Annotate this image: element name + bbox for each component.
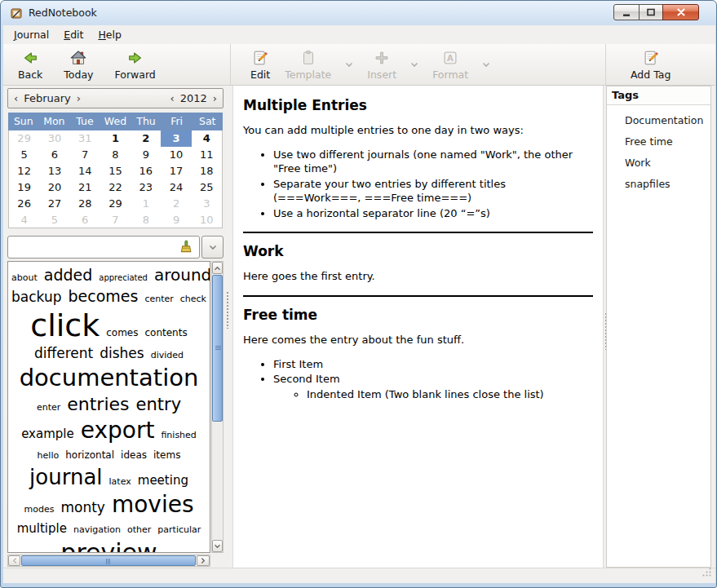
edit-button[interactable]: Edit bbox=[246, 46, 275, 82]
tag-item[interactable]: Documentation bbox=[607, 112, 710, 129]
cloud-word[interactable]: modes bbox=[24, 504, 55, 515]
search-input[interactable] bbox=[7, 236, 200, 259]
cloud-word[interactable]: entries bbox=[67, 394, 129, 414]
calendar-day[interactable]: 1 bbox=[100, 130, 131, 147]
calendar-day[interactable]: 19 bbox=[9, 179, 39, 196]
cloud-word[interactable]: export bbox=[81, 417, 155, 444]
calendar-day[interactable]: 17 bbox=[161, 163, 191, 179]
maximize-button[interactable] bbox=[639, 4, 663, 20]
cloud-word[interactable]: click bbox=[30, 307, 100, 343]
left-splitter-handle[interactable] bbox=[226, 291, 229, 329]
search-dropdown-button[interactable] bbox=[201, 236, 224, 259]
cloud-word[interactable]: other bbox=[127, 524, 151, 535]
cloud-word[interactable]: appreciated bbox=[99, 273, 148, 282]
calendar-day[interactable]: 18 bbox=[192, 163, 222, 179]
calendar-day[interactable]: 8 bbox=[131, 212, 161, 228]
calendar-day[interactable]: 5 bbox=[39, 212, 69, 228]
calendar-day[interactable]: 12 bbox=[9, 163, 39, 179]
menu-journal[interactable]: Journal bbox=[7, 26, 56, 43]
calendar-day[interactable]: 15 bbox=[100, 163, 131, 179]
tag-item[interactable]: Free time bbox=[607, 133, 710, 150]
cloud-word[interactable]: movies bbox=[112, 491, 194, 518]
cloud-word[interactable]: monty bbox=[60, 499, 104, 515]
calendar-day[interactable]: 22 bbox=[100, 179, 131, 196]
calendar-day[interactable]: 27 bbox=[39, 196, 69, 212]
cloud-word[interactable]: around bbox=[154, 265, 210, 285]
cloud-word[interactable]: example bbox=[21, 427, 74, 441]
cloud-word[interactable]: ideas bbox=[121, 449, 147, 461]
cloud-word[interactable]: added bbox=[44, 266, 93, 284]
calendar-day[interactable]: 6 bbox=[39, 147, 69, 163]
calendar-day[interactable]: 20 bbox=[39, 179, 69, 196]
cloud-word[interactable]: latex bbox=[109, 476, 131, 487]
today-button[interactable]: Today bbox=[59, 46, 98, 82]
cloud-word[interactable]: navigation bbox=[73, 524, 121, 535]
calendar-day[interactable]: 4 bbox=[192, 130, 222, 147]
calendar-day[interactable]: 7 bbox=[70, 147, 100, 163]
cloud-word[interactable]: center bbox=[144, 294, 173, 304]
cloud-word[interactable]: about bbox=[11, 272, 38, 283]
calendar-day[interactable]: 7 bbox=[100, 212, 131, 228]
titlebar[interactable]: RedNotebook bbox=[1, 1, 716, 25]
calendar-day[interactable]: 16 bbox=[131, 163, 161, 179]
scroll-right-button[interactable] bbox=[197, 555, 210, 566]
minimize-button[interactable] bbox=[613, 4, 640, 20]
cloud-word[interactable]: divided bbox=[151, 350, 184, 360]
calendar-day[interactable]: 3 bbox=[192, 196, 222, 212]
cloud-word[interactable]: multiple bbox=[17, 521, 67, 536]
cloud-word[interactable]: meeting bbox=[138, 473, 188, 488]
cloud-vertical-scrollbar[interactable] bbox=[211, 261, 224, 553]
cloud-word[interactable]: becomes bbox=[68, 287, 138, 305]
back-button[interactable]: Back bbox=[13, 46, 47, 82]
tag-item[interactable]: Work bbox=[607, 154, 710, 171]
horizontal-scroll-thumb[interactable] bbox=[21, 555, 196, 566]
cloud-word[interactable]: contents bbox=[144, 327, 187, 338]
calendar-day[interactable]: 29 bbox=[100, 196, 131, 212]
cloud-word[interactable]: enter bbox=[37, 402, 60, 413]
next-year-button[interactable]: › bbox=[207, 92, 223, 104]
calendar-day[interactable]: 1 bbox=[131, 196, 161, 212]
tag-item[interactable]: snapfiles bbox=[607, 175, 710, 192]
prev-month-button[interactable]: ‹ bbox=[8, 92, 24, 104]
cloud-word[interactable]: hello bbox=[38, 450, 60, 461]
calendar-day[interactable]: 2 bbox=[161, 196, 191, 212]
close-button[interactable] bbox=[662, 4, 699, 20]
calendar-day[interactable]: 2 bbox=[131, 130, 161, 147]
calendar-day[interactable]: 24 bbox=[161, 179, 191, 196]
cloud-word[interactable]: documentation bbox=[20, 364, 199, 391]
calendar-day[interactable]: 8 bbox=[100, 147, 131, 163]
cloud-word[interactable]: finished bbox=[161, 430, 196, 440]
next-month-button[interactable]: › bbox=[71, 92, 86, 104]
cloud-word[interactable]: backup bbox=[11, 289, 61, 305]
calendar-day[interactable]: 6 bbox=[70, 212, 100, 228]
scroll-up-button[interactable] bbox=[212, 262, 223, 274]
calendar-day[interactable]: 30 bbox=[39, 130, 69, 147]
calendar-day[interactable]: 5 bbox=[9, 147, 39, 163]
calendar-day[interactable]: 14 bbox=[70, 163, 100, 179]
forward-button[interactable]: Forward bbox=[110, 46, 161, 82]
cloud-word[interactable]: preview bbox=[60, 538, 157, 553]
resize-grip-icon[interactable] bbox=[702, 565, 712, 581]
cloud-word[interactable]: items bbox=[153, 449, 180, 461]
calendar-day[interactable]: 26 bbox=[9, 196, 39, 212]
calendar-day[interactable]: 10 bbox=[192, 212, 222, 228]
calendar-day[interactable]: 31 bbox=[70, 130, 100, 147]
vertical-scroll-thumb[interactable] bbox=[212, 275, 223, 422]
calendar-day[interactable]: 13 bbox=[39, 163, 69, 179]
calendar-day[interactable]: 9 bbox=[161, 212, 191, 228]
add-tag-button[interactable]: Add Tag bbox=[626, 46, 675, 82]
scroll-left-button[interactable] bbox=[8, 555, 20, 566]
scroll-down-button[interactable] bbox=[212, 540, 223, 552]
calendar-day[interactable]: 21 bbox=[70, 179, 100, 196]
cloud-word[interactable]: dishes bbox=[100, 345, 144, 361]
cloud-word[interactable]: check bbox=[180, 294, 206, 304]
cloud-word[interactable]: journal bbox=[29, 465, 102, 489]
clear-search-icon[interactable] bbox=[179, 240, 195, 254]
calendar-day[interactable]: 23 bbox=[131, 179, 161, 196]
calendar-day[interactable]: 11 bbox=[192, 147, 222, 163]
cloud-word[interactable]: comes bbox=[106, 327, 138, 338]
calendar-day[interactable]: 25 bbox=[192, 179, 222, 196]
cloud-word[interactable]: particular bbox=[157, 524, 201, 535]
calendar-day[interactable]: 29 bbox=[9, 130, 39, 147]
cloud-word[interactable]: horizontal bbox=[65, 449, 114, 461]
